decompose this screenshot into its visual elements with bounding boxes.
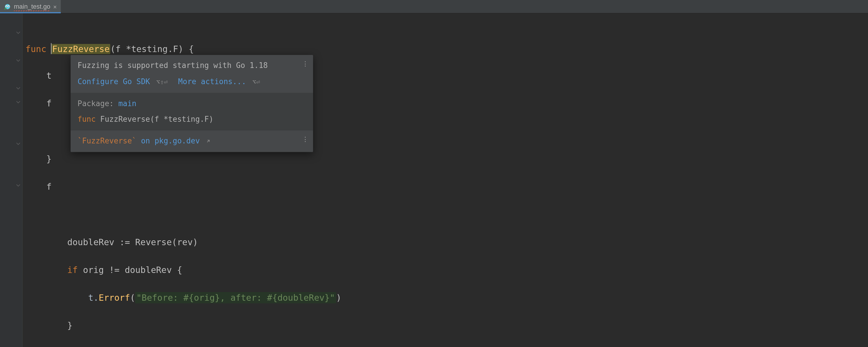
editor-tab-bar: main_test.go ✕ xyxy=(0,0,868,13)
popup-doc-link-section: ⋮ `FuzzReverse` on pkg.go.dev xyxy=(71,130,313,152)
code-indent xyxy=(26,265,67,275)
code-text: (f *testing.F) { xyxy=(110,44,194,54)
popup-warning-section: ⋮ Fuzzing is supported starting with Go … xyxy=(71,55,313,93)
fold-marker[interactable] xyxy=(0,137,22,151)
code-text: ) xyxy=(336,293,341,303)
fold-marker[interactable] xyxy=(0,95,22,109)
close-tab-icon[interactable]: ✕ xyxy=(53,4,57,9)
configure-go-sdk-link[interactable]: Configure Go SDK xyxy=(78,77,150,86)
shortcut-hint: ⌥⇧⏎ xyxy=(156,78,168,86)
code-method: Errorf xyxy=(99,293,130,303)
more-icon[interactable]: ⋮ xyxy=(302,134,309,144)
text-caret xyxy=(51,43,52,54)
shortcut-hint: ⌥⏎ xyxy=(252,78,260,86)
doc-link-symbol: `FuzzReverse` xyxy=(78,136,136,145)
code-string-literal: "Before: #{orig}, after: #{doubleRev}" xyxy=(135,292,336,303)
code-indent: t. xyxy=(26,293,99,303)
gutter xyxy=(0,13,23,347)
doc-link-site: pkg.go.dev xyxy=(155,136,200,145)
signature-text: FuzzReverse(f *testing.F) xyxy=(96,115,214,124)
fold-marker[interactable] xyxy=(0,179,22,193)
fold-marker[interactable] xyxy=(0,26,22,40)
inspection-popup: ⋮ Fuzzing is supported starting with Go … xyxy=(71,55,313,152)
signature-keyword: func xyxy=(78,115,96,124)
fold-marker[interactable] xyxy=(0,82,22,95)
doc-link-mid: on xyxy=(136,136,155,145)
code-text: } xyxy=(26,320,73,330)
code-keyword: func xyxy=(26,44,46,54)
open-on-pkg-go-dev-link[interactable]: `FuzzReverse` on pkg.go.dev xyxy=(78,136,210,145)
go-file-icon xyxy=(4,3,11,10)
code-text: } xyxy=(26,154,52,164)
code-text: doubleRev := Reverse(rev) xyxy=(26,237,198,247)
code-text: orig != doubleRev { xyxy=(78,265,182,275)
svg-point-3 xyxy=(6,6,7,6)
fold-marker[interactable] xyxy=(0,54,22,68)
fold-marker[interactable] xyxy=(0,40,22,54)
code-highlighted-identifier: FuzzReverse xyxy=(52,44,110,54)
popup-warning-message: Fuzzing is supported starting with Go 1.… xyxy=(78,60,306,71)
more-icon[interactable]: ⋮ xyxy=(302,59,309,69)
code-text: f xyxy=(26,98,52,108)
code-text: t xyxy=(26,70,52,81)
code-text: ( xyxy=(130,293,135,303)
file-tab-label: main_test.go xyxy=(14,3,50,10)
package-label: Package: xyxy=(78,99,114,108)
code-text: f xyxy=(26,182,52,192)
popup-signature-section: Package: main func FuzzReverse(f *testin… xyxy=(71,93,313,131)
external-link-icon xyxy=(206,138,210,145)
package-link[interactable]: main xyxy=(118,99,136,108)
code-keyword: if xyxy=(67,265,78,275)
file-tab-main-test-go[interactable]: main_test.go ✕ xyxy=(0,0,61,13)
svg-point-4 xyxy=(8,6,9,6)
more-actions-link[interactable]: More actions... xyxy=(178,77,246,86)
